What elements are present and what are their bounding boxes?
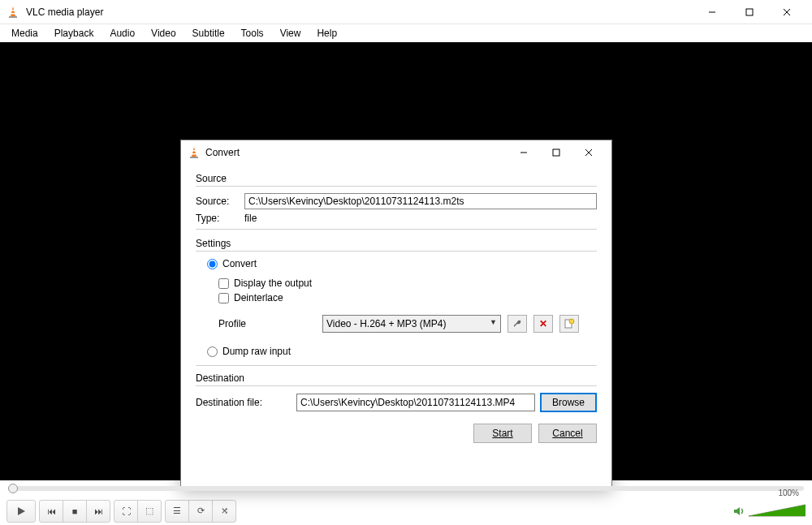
settings-section-label: Settings (196, 238, 597, 249)
profile-label: Profile (218, 318, 316, 329)
x-icon: ✕ (539, 318, 547, 329)
stop-icon: ■ (72, 506, 78, 516)
loop-icon: ⟳ (197, 506, 205, 516)
dialog-titlebar: Convert (181, 140, 611, 165)
type-label: Type: (196, 213, 240, 224)
prev-button[interactable]: ⏮ (39, 500, 63, 523)
dialog-title: Convert (205, 147, 508, 158)
vlc-cone-icon (188, 146, 201, 159)
play-button[interactable] (6, 500, 36, 523)
dialog-close-button[interactable] (572, 141, 605, 164)
dump-raw-radio[interactable] (207, 346, 218, 357)
display-output-label: Display the output (234, 278, 312, 289)
menu-help[interactable]: Help (309, 26, 345, 41)
deinterlace-label: Deinterlace (234, 292, 283, 303)
skip-forward-icon: ⏭ (94, 506, 103, 516)
source-input[interactable] (244, 193, 597, 209)
vlc-cone-icon (6, 6, 19, 19)
new-profile-button[interactable] (559, 315, 579, 333)
dump-raw-label: Dump raw input (222, 346, 291, 357)
fullscreen-button[interactable]: ⛶ (114, 500, 138, 523)
source-label: Source: (196, 196, 240, 207)
svg-marker-8 (192, 147, 197, 157)
svg-rect-10 (192, 150, 196, 152)
dialog-minimize-button[interactable] (508, 141, 540, 164)
menu-subtitle[interactable]: Subtitle (184, 26, 233, 41)
profile-select[interactable] (322, 315, 501, 333)
seekbar[interactable] (8, 486, 804, 491)
maximize-button[interactable] (731, 0, 768, 24)
source-section-label: Source (196, 173, 597, 184)
convert-dialog: Convert Source Source: Type: file Settin… (180, 140, 612, 488)
new-profile-icon (564, 318, 575, 329)
deinterlace-checkbox[interactable] (218, 293, 229, 303)
volume-slider[interactable] (749, 503, 806, 519)
delete-profile-button[interactable]: ✕ (533, 315, 553, 333)
dialog-maximize-button[interactable] (540, 141, 572, 164)
svg-rect-2 (11, 10, 15, 11)
svg-rect-13 (553, 149, 559, 156)
menu-audio[interactable]: Audio (102, 26, 143, 41)
main-titlebar: VLC media player (0, 0, 812, 24)
playlist-button[interactable]: ☰ (165, 500, 189, 523)
play-icon (15, 506, 27, 517)
start-button[interactable]: Start (473, 424, 532, 443)
main-title: VLC media player (26, 6, 693, 18)
convert-radio-label: Convert (222, 258, 257, 269)
browse-button[interactable]: Browse (540, 393, 597, 412)
fullscreen-icon: ⛶ (122, 506, 131, 516)
extended-settings-button[interactable]: ⬚ (137, 500, 162, 523)
controls-row: ⏮ ■ ⏭ ⛶ ⬚ ☰ ⟳ ⤨ 100% (0, 497, 812, 525)
speaker-icon[interactable] (732, 505, 745, 518)
minimize-button[interactable] (693, 0, 731, 24)
svg-rect-11 (192, 153, 197, 155)
destination-section-label: Destination (196, 372, 597, 384)
svg-point-17 (569, 319, 574, 324)
volume-label: 100% (778, 488, 799, 497)
svg-rect-5 (746, 9, 753, 15)
convert-radio[interactable] (207, 259, 218, 269)
destination-label: Destination file: (196, 397, 292, 408)
display-output-checkbox[interactable] (218, 278, 229, 289)
svg-rect-1 (9, 16, 17, 18)
close-button[interactable] (768, 0, 806, 24)
stop-button[interactable]: ■ (63, 500, 87, 523)
destination-input[interactable] (296, 394, 535, 411)
seekbar-knob[interactable] (8, 484, 18, 493)
cancel-button[interactable]: Cancel (538, 424, 597, 443)
menu-view[interactable]: View (272, 26, 309, 41)
svg-marker-18 (18, 507, 25, 515)
shuffle-icon: ⤨ (221, 506, 228, 516)
svg-rect-3 (11, 13, 15, 15)
playlist-icon: ☰ (173, 506, 181, 516)
video-area: Convert Source Source: Type: file Settin… (0, 42, 812, 480)
type-value: file (244, 213, 257, 224)
menu-media[interactable]: Media (3, 26, 46, 41)
loop-button[interactable]: ⟳ (188, 500, 213, 523)
equalizer-icon: ⬚ (145, 506, 153, 516)
menu-tools[interactable]: Tools (233, 26, 272, 41)
shuffle-button[interactable]: ⤨ (212, 500, 236, 523)
menu-video[interactable]: Video (143, 26, 184, 41)
svg-rect-9 (190, 157, 198, 158)
svg-marker-19 (734, 507, 740, 515)
menu-playback[interactable]: Playback (46, 26, 102, 41)
edit-profile-button[interactable] (508, 315, 527, 333)
svg-marker-0 (11, 6, 15, 16)
skip-back-icon: ⏮ (47, 506, 56, 516)
menubar: Media Playback Audio Video Subtitle Tool… (0, 24, 812, 42)
next-button[interactable]: ⏭ (86, 500, 110, 523)
wrench-icon (512, 318, 523, 329)
